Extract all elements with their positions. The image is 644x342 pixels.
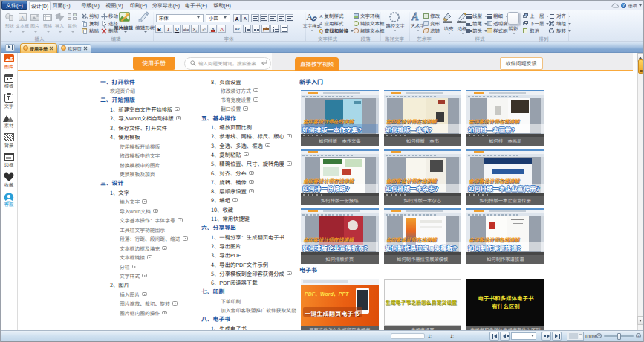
svg-text:A: A <box>411 10 419 22</box>
